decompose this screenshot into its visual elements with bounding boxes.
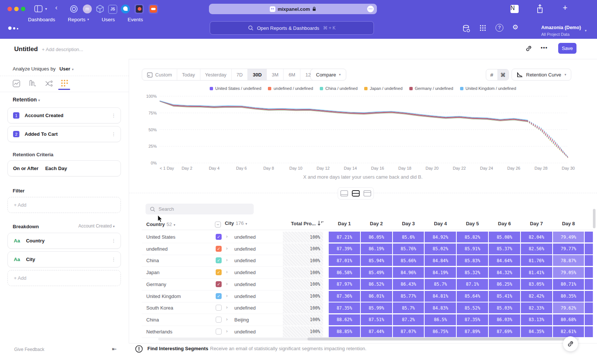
step-event-label[interactable]: Account Created	[25, 113, 63, 118]
report-title[interactable]: Untitled	[14, 46, 38, 53]
nav-link-dashboards[interactable]: Dashboards	[28, 17, 55, 22]
day-cell[interactable]: 87.1%	[457, 279, 488, 290]
row-checkbox[interactable]	[216, 305, 222, 311]
day-cell[interactable]: 87.35%	[329, 302, 360, 313]
day-cell[interactable]: 87.35%	[457, 314, 488, 325]
day-cell[interactable]: 84.83%	[425, 302, 456, 313]
apps-grid-icon[interactable]	[479, 25, 486, 31]
day-cell[interactable]: 85.52%	[457, 302, 488, 313]
day-cell[interactable]: 87.97%	[329, 279, 360, 290]
day-cell[interactable]: 86.5%	[425, 314, 456, 325]
help-icon[interactable]: ?	[496, 24, 503, 32]
city-cell[interactable]: undefined	[234, 294, 256, 299]
city-cell[interactable]: Beijing	[234, 317, 249, 323]
day-cell[interactable]: 79.77%	[553, 244, 584, 254]
day-header-7[interactable]: Day 7	[521, 221, 553, 226]
compare-button[interactable]: Compare▾	[310, 69, 346, 81]
row-checkbox[interactable]: ✓	[216, 257, 222, 263]
breakdown-label[interactable]: City	[26, 257, 35, 262]
day-cell[interactable]: 85.76%	[393, 244, 424, 254]
day-header-4[interactable]: Day 4	[424, 221, 456, 226]
day-cell[interactable]: 84.81%	[425, 291, 456, 302]
country-cell[interactable]: South Korea	[146, 305, 173, 311]
vertical-scrollbar[interactable]	[593, 209, 596, 228]
kebab-menu-icon[interactable]: ⋮	[111, 113, 116, 118]
legend-item[interactable]: United States / undefined	[210, 86, 262, 91]
city-column-header[interactable]: – City 176 ▾	[215, 220, 247, 228]
analyze-uniques-row[interactable]: Analyze Uniques by User ▾	[13, 65, 74, 72]
criteria-interval[interactable]: Each Day	[45, 166, 67, 171]
country-cell[interactable]: Germany	[146, 282, 166, 287]
mixpanel-logo[interactable]	[8, 26, 23, 31]
nav-link-reports[interactable]: Reports▾	[68, 17, 89, 22]
expand-chevron-icon[interactable]: ›	[226, 305, 228, 310]
day-cell[interactable]: 86.19%	[361, 244, 392, 254]
keyboard-shortcuts-toggle[interactable]: ⌘	[497, 69, 509, 80]
chart-type-dropdown[interactable]: Retention Curve▾	[512, 69, 571, 81]
day-cell[interactable]: 84.64%	[489, 255, 520, 266]
more-options-icon[interactable]: •••	[541, 44, 548, 51]
day-cell[interactable]: 82.56%	[521, 244, 552, 254]
range-30d[interactable]: 30D	[248, 69, 267, 80]
layout-split-icon[interactable]	[352, 190, 360, 197]
day-cell[interactable]: 85.08%	[489, 232, 520, 242]
city-cell[interactable]: undefined	[234, 234, 256, 240]
country-cell[interactable]: China	[146, 317, 159, 323]
kebab-menu-icon[interactable]: ⋮	[111, 238, 116, 244]
day-cell[interactable]: 87.39%	[329, 244, 360, 254]
city-cell[interactable]: undefined	[234, 258, 256, 263]
extension-cloud-icon[interactable]	[149, 4, 158, 14]
day-cell[interactable]: 84.92%	[425, 232, 456, 242]
expand-chevron-icon[interactable]: ›	[226, 246, 228, 251]
range-6m[interactable]: 6M	[284, 69, 300, 80]
city-cell[interactable]: undefined	[234, 329, 256, 335]
retention-chart[interactable]: 100%75%50%25%0%< 1 DayDay 2Day 4Day 6Day…	[142, 93, 584, 173]
day-cell[interactable]: 86.75%	[425, 326, 456, 337]
day-cell[interactable]: 84.84%	[425, 255, 456, 266]
breakdown-add-button[interactable]: + Add	[7, 270, 121, 286]
notion-icon[interactable]: N	[510, 5, 519, 13]
tab-funnels-icon[interactable]	[29, 80, 36, 87]
day-cell[interactable]: 81.76%	[521, 255, 552, 266]
day-cell[interactable]: 82.61%	[553, 326, 584, 337]
row-checkbox[interactable]: ✓	[216, 293, 222, 299]
url-bar[interactable]: •• mixpanel.com ⋯	[209, 4, 377, 14]
city-cell[interactable]: undefined	[234, 270, 256, 275]
nav-link-users[interactable]: Users	[102, 17, 115, 22]
tab-insights-icon[interactable]	[13, 80, 20, 87]
expand-chevron-icon[interactable]: ›	[226, 329, 228, 334]
day-cell[interactable]: 88.62%	[329, 314, 360, 325]
day-cell[interactable]: 80.68%	[553, 314, 584, 325]
nav-link-events[interactable]: Events	[128, 17, 143, 22]
day-cell[interactable]: 87.89%	[457, 326, 488, 337]
day-cell[interactable]: 86.01%	[361, 291, 392, 302]
day-cell[interactable]: 85.82%	[457, 232, 488, 242]
day-cell[interactable]: 80.71%	[553, 279, 584, 290]
day-cell[interactable]: 87.2%	[393, 314, 424, 325]
country-cell[interactable]: United States	[146, 234, 175, 240]
data-management-icon[interactable]	[463, 25, 470, 33]
expand-chevron-icon[interactable]: ›	[226, 269, 228, 274]
day-cell[interactable]: 85.99%	[361, 302, 392, 313]
row-checkbox[interactable]: ✓	[216, 234, 222, 240]
day-cell[interactable]: 84.35%	[521, 326, 552, 337]
window-minimize-button[interactable]	[14, 7, 19, 11]
city-cell[interactable]: undefined	[234, 305, 256, 311]
breakdown-city[interactable]: AaCity⋮	[7, 251, 121, 267]
range-yesterday[interactable]: Yesterday	[200, 69, 232, 80]
legend-item[interactable]: Germany / undefined	[409, 86, 453, 91]
expand-chevron-icon[interactable]: ›	[226, 281, 228, 286]
day-cell[interactable]: 83.05%	[521, 279, 552, 290]
day-cell[interactable]: 85.37%	[489, 244, 520, 254]
global-search[interactable]: Open Reports & Dashboards ⌘ + K	[210, 21, 374, 35]
day-header-2[interactable]: Day 2	[360, 221, 393, 226]
day-cell[interactable]: 84.19%	[425, 267, 456, 278]
day-header-8[interactable]: Day 8	[553, 221, 585, 226]
day-cell[interactable]: 85.77%	[393, 291, 424, 302]
day-cell[interactable]: 86.03%	[489, 314, 520, 325]
url-more-icon[interactable]: ⋯	[367, 6, 374, 12]
day-cell[interactable]: 79.05%	[553, 267, 584, 278]
breakdown-scope-dropdown[interactable]: Account Created ▾	[78, 223, 115, 229]
legend-item[interactable]: China / undefined	[320, 86, 357, 91]
day-cell[interactable]: 79.49%	[553, 232, 584, 242]
